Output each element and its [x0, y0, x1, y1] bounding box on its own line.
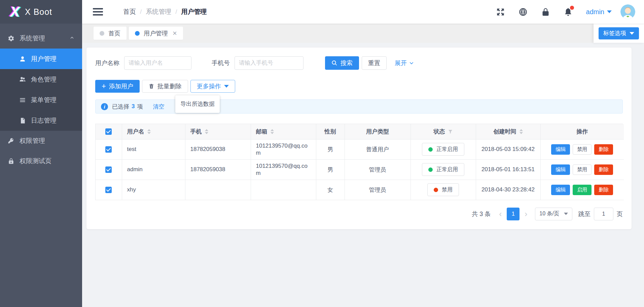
- column-header-user_type: 用户类型: [345, 124, 410, 139]
- tab-options-panel: 标签选项: [594, 24, 644, 43]
- sort-desc-icon: [520, 132, 523, 134]
- bell-icon[interactable]: [564, 7, 573, 17]
- cell-gender: 男: [316, 139, 345, 159]
- cell-select: [96, 159, 122, 180]
- username-field-label: 用户名称: [95, 59, 119, 67]
- tag-options-button[interactable]: 标签选项: [599, 27, 639, 39]
- breadcrumb-item[interactable]: 首页: [123, 7, 136, 16]
- edit-button[interactable]: 编辑: [551, 164, 570, 175]
- breadcrumb-item[interactable]: 系统管理: [146, 7, 171, 16]
- username-search-input[interactable]: [124, 56, 191, 70]
- sidebar-item-label: 日志管理: [31, 116, 57, 125]
- sort-toggle[interactable]: [520, 129, 523, 134]
- cell-status: 正常启用: [410, 159, 476, 180]
- cell-actions: 编辑禁用删除: [540, 159, 624, 180]
- column-header-inner-select: [101, 128, 117, 135]
- more-actions-dropdown: 导出所选数据: [175, 95, 220, 113]
- tab-home[interactable]: 首页: [94, 27, 127, 40]
- search-form: 用户名称 手机号 搜索 重置 展开: [95, 56, 623, 70]
- status-dot: [428, 147, 433, 152]
- users-table: 用户名手机邮箱性别用户类型状态创建时间操作 test18782059038101…: [96, 124, 624, 200]
- chevron-down-icon: [224, 85, 229, 88]
- add-user-button[interactable]: + 添加用户: [95, 80, 140, 93]
- page-size-select[interactable]: 10 条/页: [535, 208, 572, 220]
- column-label: 手机: [190, 128, 202, 135]
- logo-x-icon: X: [10, 5, 20, 19]
- tab-dot: [135, 31, 140, 36]
- cell-select: [96, 180, 122, 200]
- row-checkbox[interactable]: [105, 187, 112, 193]
- dropdown-item-export-selected[interactable]: 导出所选数据: [175, 97, 220, 111]
- avatar[interactable]: [620, 4, 635, 19]
- toolbar: + 添加用户 批量删除 更多操作 导出所选数据: [95, 80, 623, 93]
- more-actions-label: 更多操作: [197, 82, 221, 90]
- search-button[interactable]: 搜索: [325, 56, 359, 70]
- pagination: 共 3 条 ‹ 1 › 10 条/页 跳至 页: [95, 208, 623, 220]
- sort-toggle[interactable]: [271, 129, 274, 134]
- sidebar-item-label: 权限管理: [20, 136, 45, 145]
- status-label: 正常启用: [436, 146, 458, 153]
- page-1-button[interactable]: 1: [507, 208, 520, 220]
- sidebar-item-menu-management[interactable]: 菜单管理: [0, 90, 82, 110]
- sidebar-item-label: 角色管理: [31, 75, 57, 84]
- jump-page-input[interactable]: [594, 208, 613, 220]
- batch-delete-button[interactable]: 批量删除: [142, 80, 188, 93]
- reset-button[interactable]: 重置: [362, 56, 387, 70]
- sort-toggle[interactable]: [147, 129, 151, 134]
- sort-toggle[interactable]: [205, 129, 208, 134]
- app-logo[interactable]: X X Boot: [0, 0, 82, 24]
- cell-user-type: 管理员: [345, 180, 410, 200]
- cell-username: test: [122, 139, 185, 159]
- fullscreen-icon[interactable]: [496, 7, 505, 17]
- selection-unit: 项: [137, 103, 143, 111]
- user-dropdown[interactable]: admin: [586, 8, 612, 16]
- sidebar-item-label: 系统管理: [20, 34, 45, 43]
- table-body: test187820590381012139570@qq.com男普通用户正常启…: [96, 139, 624, 200]
- cell-created: 2018-05-03 15:09:42: [476, 139, 540, 159]
- expand-link[interactable]: 展开: [395, 59, 414, 67]
- breadcrumb-item: 用户管理: [181, 7, 207, 16]
- sidebar-item-permission-test-page[interactable]: 权限测试页: [0, 151, 82, 171]
- status-dot: [428, 167, 433, 172]
- delete-button[interactable]: 删除: [594, 164, 613, 175]
- globe-icon[interactable]: [518, 7, 528, 17]
- sort-asc-icon: [205, 129, 208, 131]
- mobile-search-input[interactable]: [235, 56, 303, 70]
- close-icon[interactable]: ×: [173, 30, 177, 37]
- sidebar-item-role-management[interactable]: 角色管理: [0, 69, 82, 90]
- disable-button[interactable]: 禁用: [573, 164, 592, 175]
- table-row-xhy: xhy女管理员禁用2018-04-30 23:28:42编辑启用删除: [96, 180, 624, 200]
- column-header-status: 状态: [410, 124, 476, 139]
- delete-button[interactable]: 删除: [594, 185, 613, 195]
- sidebar-item-user-management[interactable]: 用户管理: [0, 49, 82, 69]
- tab-dot: [100, 31, 104, 36]
- chevron-down-icon: [564, 213, 568, 215]
- top-bar: 首页/系统管理/用户管理 admin: [82, 0, 644, 24]
- delete-button[interactable]: 删除: [594, 144, 613, 155]
- next-page-button[interactable]: ›: [522, 210, 530, 218]
- lock-icon[interactable]: [541, 7, 550, 17]
- enable-button[interactable]: 启用: [573, 185, 592, 195]
- select-all-checkbox[interactable]: [105, 128, 112, 135]
- cell-email: [251, 180, 316, 200]
- sidebar-item-permission-management[interactable]: 权限管理: [0, 131, 82, 151]
- tab-user-management[interactable]: 用户管理×: [129, 27, 183, 40]
- clear-selection-link[interactable]: 清空: [153, 103, 164, 111]
- status-badge: 正常启用: [422, 163, 464, 176]
- sidebar-item-log-management[interactable]: 日志管理: [0, 110, 82, 131]
- disable-button[interactable]: 禁用: [573, 144, 592, 155]
- sidebar-item-system-management[interactable]: 系统管理: [0, 28, 82, 49]
- row-checkbox[interactable]: [105, 166, 112, 173]
- sort-desc-icon: [271, 132, 274, 134]
- hamburger-menu-icon[interactable]: [93, 8, 103, 16]
- row-checkbox[interactable]: [105, 146, 112, 153]
- edit-button[interactable]: 编辑: [551, 144, 570, 155]
- prev-page-button[interactable]: ‹: [496, 210, 505, 218]
- column-header-inner-mobile: 手机: [190, 128, 246, 135]
- status-dot: [434, 188, 438, 192]
- column-header-inner-actions: 操作: [546, 128, 619, 135]
- edit-button[interactable]: 编辑: [551, 185, 570, 195]
- breadcrumb-separator: /: [140, 8, 142, 16]
- filter-icon[interactable]: [448, 129, 453, 134]
- more-actions-button[interactable]: 更多操作: [190, 80, 235, 93]
